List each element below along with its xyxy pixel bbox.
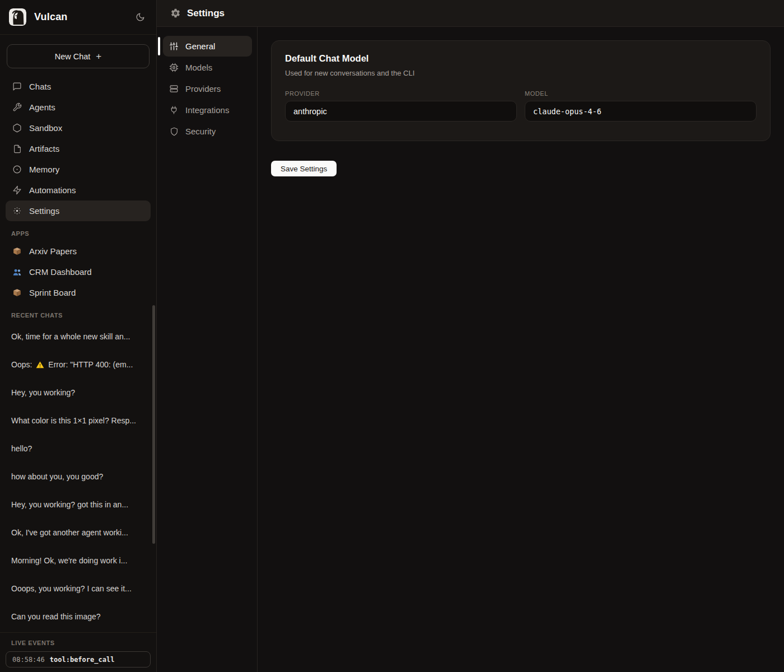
warning-icon xyxy=(36,361,44,369)
sidebar-item-agents[interactable]: Agents xyxy=(6,97,151,118)
item-label: Models xyxy=(185,63,212,72)
plus-icon: + xyxy=(96,51,101,62)
chip-icon xyxy=(169,63,179,72)
file-icon xyxy=(12,144,22,153)
shield-icon xyxy=(169,127,179,136)
recent-chat-item[interactable]: hello? xyxy=(0,435,156,463)
sidebar-item-chats[interactable]: Chats xyxy=(6,76,151,97)
chat-title-text: Oops: xyxy=(11,360,32,369)
app-item-crm-dashboard[interactable]: CRM Dashboard xyxy=(6,262,151,282)
server-icon xyxy=(169,84,179,94)
recent-chat-item[interactable]: Ok, time for a whole new skill an... xyxy=(0,323,156,351)
apps-list: Arxiv PapersCRM DashboardSprint Board xyxy=(0,241,156,303)
live-events-label: LIVE EVENTS xyxy=(11,640,145,646)
sidebar-scrollbar-thumb[interactable] xyxy=(152,305,155,544)
item-label: Chats xyxy=(29,82,51,91)
package-icon xyxy=(12,288,22,297)
card-subtitle: Used for new conversations and the CLI xyxy=(285,69,757,77)
item-label: Automations xyxy=(29,185,76,195)
chat-title-text: Error: "HTTP 400: (em... xyxy=(48,360,133,369)
settings-tab-providers[interactable]: Providers xyxy=(163,78,252,99)
sidebar-header: Vulcan xyxy=(0,0,156,35)
model-input[interactable] xyxy=(525,101,757,122)
card-title: Default Chat Model xyxy=(285,53,757,64)
card-fields: PROVIDER MODEL xyxy=(285,90,757,122)
model-label: MODEL xyxy=(525,90,757,97)
recent-chat-item[interactable]: Hey, you working? got this in an... xyxy=(0,491,156,519)
sidebar-item-memory[interactable]: Memory xyxy=(6,159,151,180)
live-event-entry: 08:58:46 tool:before_call xyxy=(6,651,151,668)
recent-chats-list: Ok, time for a whole new skill an...Oops… xyxy=(0,323,156,632)
warning-icon xyxy=(35,361,45,369)
dark-mode-toggle[interactable] xyxy=(133,10,147,24)
main-area: Settings GeneralModelsProvidersIntegrati… xyxy=(157,0,784,672)
wrench-icon xyxy=(12,102,22,112)
recent-chat-item[interactable]: Hey, you working? xyxy=(0,379,156,407)
app-logo xyxy=(9,8,26,26)
save-settings-button[interactable]: Save Settings xyxy=(271,161,337,176)
sidebar-item-automations[interactable]: Automations xyxy=(6,180,151,200)
recent-chat-item[interactable]: Ooops, you working? I can see it... xyxy=(0,575,156,603)
provider-label: PROVIDER xyxy=(285,90,517,97)
plug-icon xyxy=(169,105,179,115)
recent-chat-item[interactable]: Can you read this image? xyxy=(0,603,156,631)
sidebar-item-artifacts[interactable]: Artifacts xyxy=(6,138,151,159)
hexagon-icon xyxy=(12,123,22,133)
item-label: Integrations xyxy=(185,105,229,115)
recent-chats-label: RECENT CHATS xyxy=(11,312,145,319)
settings-tab-security[interactable]: Security xyxy=(163,121,252,142)
recent-chat-item[interactable]: Oops: Error: "HTTP 400: (em... xyxy=(0,351,156,379)
recent-chat-item[interactable]: What color is this 1×1 pixel? Resp... xyxy=(0,407,156,435)
sidebar-item-sandbox[interactable]: Sandbox xyxy=(6,118,151,138)
new-chat-label: New Chat xyxy=(55,52,91,61)
chat-bubble-icon xyxy=(12,82,22,91)
provider-input[interactable] xyxy=(285,101,517,122)
recent-chat-item[interactable]: Ok, I've got another agent worki... xyxy=(0,519,156,547)
app-item-arxiv-papers[interactable]: Arxiv Papers xyxy=(6,241,151,262)
recent-chat-item[interactable]: how about you, you good? xyxy=(0,463,156,491)
new-chat-button[interactable]: New Chat + xyxy=(7,44,150,68)
item-label: Artifacts xyxy=(29,144,59,153)
settings-content: GeneralModelsProvidersIntegrationsSecuri… xyxy=(157,27,784,672)
provider-field-group: PROVIDER xyxy=(285,90,517,122)
sun-icon xyxy=(12,206,22,216)
settings-tab-models[interactable]: Models xyxy=(163,57,252,78)
item-label: Sprint Board xyxy=(29,288,76,297)
app-title: Vulcan xyxy=(34,11,68,23)
package-icon xyxy=(12,246,22,256)
settings-panel: Default Chat Model Used for new conversa… xyxy=(258,27,784,672)
live-events-section: LIVE EVENTS 08:58:46 tool:before_call xyxy=(0,632,156,672)
item-label: Arxiv Papers xyxy=(29,246,77,256)
page-title: Settings xyxy=(187,8,225,19)
sidebar-nav: ChatsAgentsSandboxArtifactsMemoryAutomat… xyxy=(0,76,156,221)
item-label: CRM Dashboard xyxy=(29,267,92,277)
item-label: Security xyxy=(185,127,216,136)
moon-icon xyxy=(136,12,145,22)
item-label: Memory xyxy=(29,165,59,174)
default-chat-model-card: Default Chat Model Used for new conversa… xyxy=(271,40,771,141)
app-item-sprint-board[interactable]: Sprint Board xyxy=(6,282,151,303)
settings-tab-integrations[interactable]: Integrations xyxy=(163,100,252,120)
circle-dot-icon xyxy=(12,165,22,174)
model-field-group: MODEL xyxy=(525,90,757,122)
item-label: Sandbox xyxy=(29,123,62,133)
settings-subnav: GeneralModelsProvidersIntegrationsSecuri… xyxy=(157,27,258,672)
item-label: Settings xyxy=(29,206,59,216)
recent-chat-item[interactable]: Morning! Ok, we're doing work i... xyxy=(0,547,156,575)
sidebar: Vulcan New Chat + ChatsAgentsSandboxArti… xyxy=(0,0,157,672)
sliders-icon xyxy=(169,41,179,51)
item-label: General xyxy=(185,41,215,51)
settings-header: Settings xyxy=(157,0,784,27)
live-event-name: tool:before_call xyxy=(50,656,115,664)
settings-tab-general[interactable]: General xyxy=(163,36,252,57)
sidebar-item-settings[interactable]: Settings xyxy=(6,200,151,221)
lightning-icon xyxy=(12,185,22,195)
item-label: Providers xyxy=(185,84,221,94)
live-event-time: 08:58:46 xyxy=(12,656,45,664)
people-icon xyxy=(12,267,22,277)
apps-section-label: APPS xyxy=(11,230,145,237)
item-label: Agents xyxy=(29,102,55,112)
gear-icon xyxy=(170,8,181,18)
